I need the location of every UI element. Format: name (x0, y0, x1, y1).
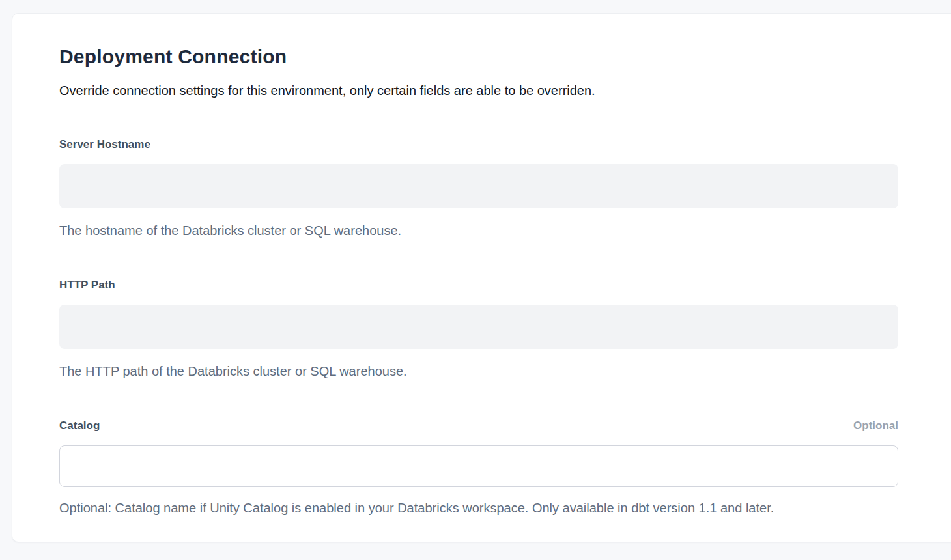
http-path-help: The HTTP path of the Databricks cluster … (59, 363, 898, 379)
server-hostname-help: The hostname of the Databricks cluster o… (59, 223, 898, 238)
deployment-connection-card: Deployment Connection Override connectio… (12, 13, 951, 542)
catalog-input[interactable] (59, 445, 898, 487)
http-path-input (59, 305, 898, 349)
catalog-label: Catalog (59, 418, 100, 434)
catalog-optional-tag: Optional (853, 418, 898, 434)
field-group-http-path: HTTP Path The HTTP path of the Databrick… (59, 277, 898, 379)
server-hostname-input (59, 164, 898, 208)
field-group-catalog: Catalog Optional Optional: Catalog name … (59, 418, 898, 516)
label-row: HTTP Path (59, 277, 898, 293)
label-row: Server Hostname (59, 137, 898, 152)
field-group-server-hostname: Server Hostname The hostname of the Data… (59, 137, 898, 238)
server-hostname-label: Server Hostname (59, 137, 150, 152)
http-path-label: HTTP Path (59, 277, 115, 293)
page-subtitle: Override connection settings for this en… (59, 81, 898, 100)
card-content: Deployment Connection Override connectio… (59, 44, 898, 516)
label-row: Catalog Optional (59, 418, 898, 434)
catalog-help: Optional: Catalog name if Unity Catalog … (59, 500, 898, 516)
page-title: Deployment Connection (59, 44, 898, 69)
